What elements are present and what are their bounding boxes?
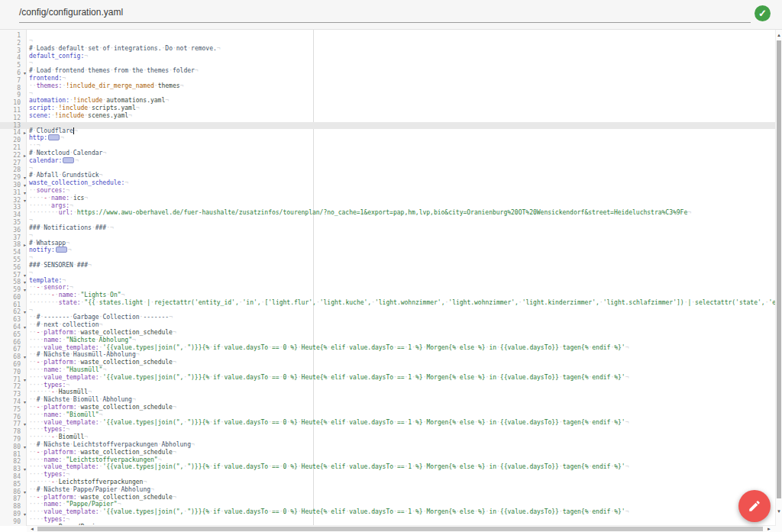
fold-arrow-icon[interactable]: ▸ <box>21 129 29 137</box>
code-line[interactable]: 6▾frontend:¬ <box>0 69 776 77</box>
fold-arrow-icon[interactable]: ▾ <box>21 182 29 189</box>
code-line[interactable]: 29▾waste_collection_schedule:¬ <box>0 174 776 182</box>
fold-arrow-icon[interactable]: ▾ <box>21 488 29 496</box>
code-line[interactable]: 13#·Cloudflare¬ <box>0 122 776 130</box>
code-line[interactable]: 14▸http:¬ <box>0 129 776 137</box>
fold-arrow-icon[interactable]: ▾ <box>21 443 29 451</box>
code-line[interactable]: 67··#·Nächste·Hausmüll-Abholung¬ <box>0 346 776 353</box>
fold-arrow-icon[interactable]: ▾ <box>21 69 29 77</box>
code-line[interactable]: 77▾····types:¬ <box>0 421 776 428</box>
fold-arrow-icon[interactable]: ▸ <box>21 241 29 249</box>
code-line[interactable]: 21#·Nextcloud·Calendar¬ <box>0 144 776 152</box>
code-line[interactable]: 2#·Loads·default·set·of·integrations.·Do… <box>0 40 776 47</box>
code-line[interactable]: 9automation:·!include·automations.yaml¬ <box>0 92 776 99</box>
code-line[interactable]: 5#·Load·frontend·themes·from·the·themes·… <box>0 62 776 69</box>
code-line[interactable]: 34¬ <box>0 211 776 219</box>
fold-arrow-icon[interactable]: ▾ <box>21 398 29 406</box>
code-line[interactable]: 3default_config:¬ <box>0 47 776 55</box>
code-line[interactable]: 32▾······args:¬ <box>0 197 776 205</box>
code-line[interactable]: 12¬ <box>0 114 776 122</box>
scroll-down-arrow-icon[interactable]: ▼ <box>776 508 782 515</box>
scroll-up-arrow-icon[interactable]: ▲ <box>776 31 782 39</box>
edit-fab-button[interactable] <box>738 490 771 522</box>
code-line[interactable]: 78······-·Biomüll¬ <box>0 428 776 436</box>
vertical-scrollbar[interactable]: ▲ ▼ <box>775 30 782 526</box>
code-line[interactable]: 73··#·Nächste·Biomüll·Abholung¬ <box>0 391 776 398</box>
fold-arrow-icon[interactable]: ▾ <box>21 197 29 205</box>
code-line[interactable]: 72······-·Hausmüll¬ <box>0 383 776 391</box>
fold-arrow-icon[interactable]: ▾ <box>21 511 29 518</box>
code-line[interactable]: 64▾··-·platform:·waste_collection_schedu… <box>0 324 776 331</box>
fold-arrow-icon[interactable]: ▾ <box>21 308 29 316</box>
code-line[interactable]: 56¬ <box>0 264 776 272</box>
fold-arrow-icon[interactable]: ▸ <box>21 152 29 160</box>
fold-arrow-icon[interactable]: ▾ <box>21 272 29 279</box>
line-number: 4 <box>0 54 21 62</box>
code-line[interactable]: 55###·SENSOREN·###¬ <box>0 256 776 264</box>
code-line[interactable]: 74▾··-·platform:·waste_collection_schedu… <box>0 398 776 406</box>
code-line[interactable]: 83▾····types:¬ <box>0 466 776 473</box>
code-line[interactable]: 87····name:·"Pappe/Papier"¬ <box>0 495 776 503</box>
code-line[interactable]: 54¬ <box>0 249 776 256</box>
code-line[interactable]: 7··themes:·!include_dir_merge_named·them… <box>0 77 776 85</box>
fold-arrow-icon[interactable]: ▾ <box>21 174 29 182</box>
code-line[interactable]: 20··¬ <box>0 137 776 144</box>
code-line[interactable]: 81····name:·"Leichtstoffverpackungen"¬ <box>0 451 776 459</box>
code-line[interactable]: 84······-·Leichtstoffverpackungen¬ <box>0 473 776 481</box>
fold-arrow-icon[interactable]: ▾ <box>21 189 29 197</box>
fold-arrow-icon[interactable]: ▾ <box>21 376 29 384</box>
code-line[interactable]: 85··#·Nächste·Pappe/Papier·Abholung¬ <box>0 481 776 488</box>
filename-field[interactable]: /config/configuration.yaml <box>19 7 123 18</box>
fold-arrow-icon[interactable]: ▾ <box>21 421 29 428</box>
code-line[interactable]: 89▾····types:¬ <box>0 511 776 518</box>
code-line[interactable]: 68▾··-·platform:·waste_collection_schedu… <box>0 353 776 361</box>
code-line[interactable]: 65····name:·"Nächste·Abholung"¬ <box>0 331 776 339</box>
fold-arrow-icon[interactable]: ▾ <box>21 324 29 331</box>
code-line[interactable]: 75····name:·"Biomüll"¬ <box>0 406 776 414</box>
code-line[interactable]: 33········url:·https://www.awu-oberhavel… <box>0 204 776 211</box>
vertical-scroll-thumb[interactable] <box>777 40 781 498</box>
code-line[interactable]: 69····name:·"Hausmüll"¬ <box>0 361 776 369</box>
code-line[interactable]: 63··#·next·collection¬ <box>0 316 776 324</box>
code-lines[interactable]: 1¬2#·Loads·default·set·of·integrations.·… <box>0 32 776 526</box>
code-line[interactable]: 80▾··-·platform:·waste_collection_schedu… <box>0 443 776 451</box>
code-line[interactable]: 76····value_template:·'{{value.types|joi… <box>0 414 776 421</box>
code-line[interactable]: 82····value_template:·'{{value.types|joi… <box>0 458 776 466</box>
code-line[interactable]: 10script:·!include·scripts.yaml¬ <box>0 99 776 107</box>
code-line[interactable]: 38▸notify:¬ <box>0 241 776 249</box>
code-editor[interactable]: 1¬2#·Loads·default·set·of·integrations.·… <box>0 30 776 526</box>
code-line[interactable]: 30▾··sources:¬ <box>0 182 776 189</box>
code-line[interactable]: 61¬ <box>0 301 776 309</box>
code-line[interactable]: 31▾····-·name:·ics¬ <box>0 189 776 197</box>
horizontal-scrollbar[interactable]: ◄ ► <box>27 525 776 532</box>
scroll-right-arrow-icon[interactable]: ► <box>765 526 773 532</box>
code-line[interactable]: 22▸calendar:¬ <box>0 152 776 160</box>
fold-arrow-icon[interactable]: ▾ <box>21 353 29 361</box>
code-line[interactable]: 88····value_template:·'{{value.types|joi… <box>0 503 776 511</box>
fold-arrow-icon[interactable]: ▾ <box>21 279 29 286</box>
code-line[interactable]: 79··#·Nächste·Leichtstoffverpackungen·Ab… <box>0 436 776 443</box>
code-line[interactable]: 66····value_template:·'{{value.types|joi… <box>0 339 776 347</box>
code-line[interactable]: 60········state:·"{{·states.light·|·reje… <box>0 294 776 301</box>
fold-arrow-icon[interactable]: ▾ <box>21 466 29 473</box>
code-line[interactable]: 36¬ <box>0 227 776 234</box>
code-line[interactable]: 27¬ <box>0 160 776 167</box>
code-line[interactable]: 37#·Whatsapp¬ <box>0 234 776 242</box>
code-line[interactable]: 1¬ <box>0 32 776 40</box>
code-line[interactable]: 58▾··-·sensor:¬ <box>0 279 776 286</box>
code-line[interactable]: 71▾····types:¬ <box>0 376 776 384</box>
scroll-left-arrow-icon[interactable]: ◄ <box>28 526 36 532</box>
code-line[interactable]: 70····value_template:·'{{value.types|joi… <box>0 369 776 376</box>
line-number: 31 <box>0 189 21 197</box>
fold-arrow-icon[interactable]: ▾ <box>21 286 29 294</box>
code-line[interactable]: 57▾template:¬ <box>0 272 776 279</box>
code-line[interactable]: 62▾··#·-------·Garbage·Collection·------… <box>0 308 776 316</box>
code-line[interactable]: 35###·Notifications·###·¬ <box>0 219 776 227</box>
code-line[interactable]: 4¬ <box>0 54 776 62</box>
code-line[interactable]: 28#·Abfall·Grundstück¬ <box>0 166 776 174</box>
code-line[interactable]: 86▾··-·platform:·waste_collection_schedu… <box>0 488 776 496</box>
code-line[interactable]: 59▾······-·name:·"Lights·On"¬ <box>0 286 776 294</box>
code-line[interactable]: 8¬ <box>0 85 776 92</box>
code-line[interactable]: 11scene:·!include·scenes.yaml¬ <box>0 107 776 114</box>
horizontal-scroll-thumb[interactable] <box>37 527 763 531</box>
